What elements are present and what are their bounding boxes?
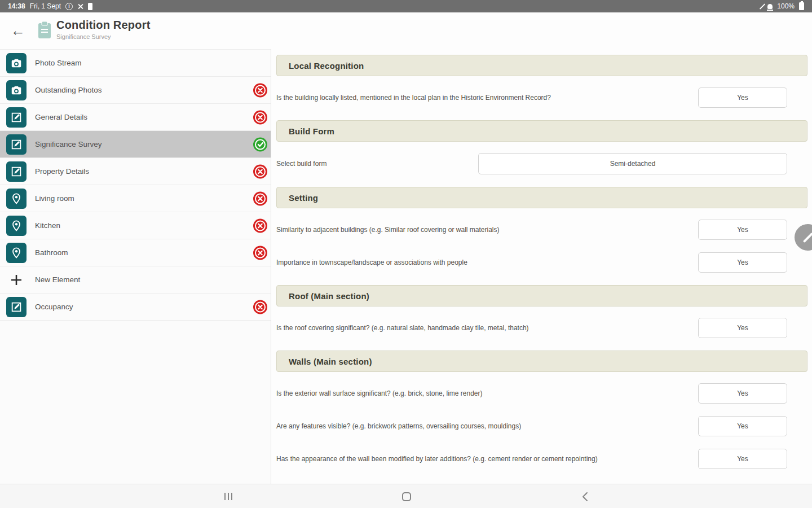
question-label: Is the exterior wall surface significant… [276,389,698,397]
incomplete-badge-icon [255,166,266,177]
form-row: Is the roof covering significant? (e.g. … [276,318,807,338]
edit-icon [6,134,27,155]
sidebar-item-occupancy[interactable]: Occupancy [0,294,271,321]
sidebar-item-bathroom[interactable]: Bathroom [0,239,271,266]
incomplete-badge-icon [255,85,266,95]
battery-percent: 100% [777,2,795,10]
cross-icon [77,3,83,10]
form-row: Are any features visible? (e.g. brickwor… [276,416,807,436]
sidebar-item-outstanding-photos[interactable]: Outstanding Photos [0,77,271,104]
question-label: Has the appearance of the wall been modi… [276,455,698,463]
edit-icon [6,107,27,128]
app-screen: 14:38 Fri, 1 Sept ! 100% ← Conditio [0,0,812,508]
date: Fri, 1 Sept [30,2,61,10]
sidebar-item-label: Property Details [35,167,89,176]
status-bar: 14:38 Fri, 1 Sept ! 100% [0,0,812,12]
incomplete-badge-icon [255,193,266,204]
sidebar-item-new-element[interactable]: New Element [0,266,271,294]
incomplete-badge-icon [255,247,266,258]
question-label: Importance in townscape/landscape or ass… [276,259,698,266]
sidebar-item-general-details[interactable]: General Details [0,104,271,131]
form-row: Has the appearance of the wall been modi… [276,449,807,469]
sidebar-item-property-details[interactable]: Property Details [0,158,271,185]
section-header: Setting [276,187,807,208]
home-button[interactable] [390,484,423,508]
answer-button[interactable]: Yes [698,318,787,338]
sidebar-item-label: Kitchen [35,221,60,230]
section-header: Build Form [276,120,807,142]
build-form-select[interactable]: Semi-detached [478,153,787,174]
form-row: Importance in townscape/landscape or ass… [276,252,807,273]
location-pin-icon [6,243,27,263]
form-row: Is the building locally listed, mentione… [276,87,807,108]
section-header: Roof (Main section) [276,285,807,306]
question-label: Is the building locally listed, mentione… [276,94,698,102]
answer-button[interactable]: Yes [698,220,787,240]
sidebar-item-kitchen[interactable]: Kitchen [0,212,271,239]
mute-icon [767,4,773,9]
camera-icon [6,80,27,100]
battery-icon [799,2,804,10]
app-header: ← Condition Report Significance Survey [0,12,812,49]
camera-icon [6,53,27,73]
answer-button[interactable]: Yes [698,416,787,436]
home-icon [402,492,411,501]
sidebar-item-significance-survey[interactable]: Significance Survey [0,131,271,158]
location-pin-icon [6,216,27,236]
question-label: Select build form [276,160,478,168]
sidebar-item-label: Bathroom [35,248,68,257]
page-title: Condition Report [56,19,151,32]
incomplete-badge-icon [255,220,266,231]
status-right: 100% [762,2,804,10]
question-label: Are any features visible? (e.g. brickwor… [276,422,698,430]
edit-icon [6,161,27,182]
page-subtitle: Significance Survey [56,33,151,40]
sidebar: Photo StreamOutstanding PhotosGeneral De… [0,49,271,484]
arrow-left-icon: ← [11,22,25,39]
form-row: Select build formSemi-detached [276,153,807,174]
form-row: Similarity to adjacent buildings (e.g. S… [276,220,807,240]
system-nav-bar [0,484,812,508]
section-header: Local Recognition [276,55,807,76]
question-label: Similarity to adjacent buildings (e.g. S… [276,226,698,234]
sidebar-item-label: Occupancy [35,303,73,311]
sidebar-item-label: Living room [35,194,74,203]
title-block: Condition Report Significance Survey [56,19,151,40]
pen-icon [760,3,766,10]
answer-button[interactable]: Yes [698,383,787,404]
sidebar-item-living-room[interactable]: Living room [0,185,271,212]
alert-circle-icon: ! [65,3,73,10]
sim-icon [88,3,92,10]
incomplete-badge-icon [255,112,266,122]
pencil-icon [802,232,812,242]
question-label: Is the roof covering significant? (e.g. … [276,324,698,332]
nav-back-button[interactable] [568,484,602,508]
survey-form: Local RecognitionIs the building locally… [272,49,812,484]
sidebar-item-label: General Details [35,113,87,121]
back-button[interactable]: ← [9,20,27,41]
answer-button[interactable]: Yes [698,252,787,273]
edit-icon [6,297,27,317]
recents-icon [224,493,232,500]
plus-icon [6,270,27,290]
sidebar-item-label: Outstanding Photos [35,86,102,94]
recents-button[interactable] [211,484,245,508]
answer-button[interactable]: Yes [698,449,787,469]
clipboard-icon [37,21,52,41]
sidebar-item-photo-stream[interactable]: Photo Stream [0,50,271,77]
sidebar-item-label: New Element [35,275,80,284]
form-row: Is the exterior wall surface significant… [276,383,807,404]
sidebar-item-label: Photo Stream [35,59,82,67]
incomplete-badge-icon [255,301,266,312]
section-header: Walls (Main section) [276,351,807,372]
sidebar-item-label: Significance Survey [35,140,102,148]
location-pin-icon [6,189,27,209]
clock: 14:38 [8,2,25,10]
status-left: 14:38 Fri, 1 Sept ! [8,2,92,10]
answer-button[interactable]: Yes [698,87,787,108]
complete-badge-icon [255,139,266,150]
chevron-left-icon [582,492,588,502]
